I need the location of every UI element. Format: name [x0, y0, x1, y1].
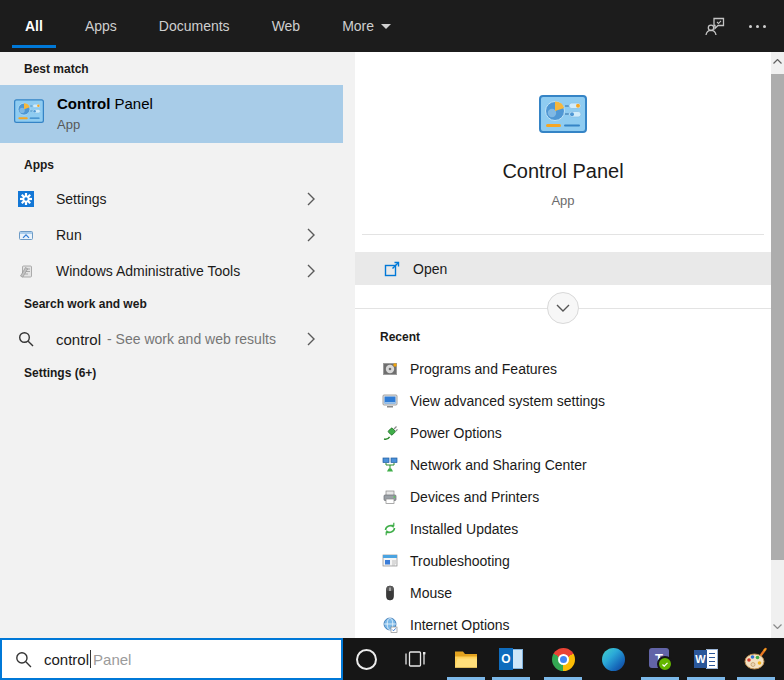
chevron-right-icon[interactable]	[307, 192, 315, 206]
web-search-result[interactable]: control - See work and web results	[0, 321, 343, 357]
outlook-logo-letter: O	[499, 648, 513, 670]
search-work-web-header: Search work and web	[24, 297, 147, 311]
outlook-icon[interactable]: O	[499, 647, 523, 671]
control-panel-icon	[14, 99, 44, 123]
search-filter-bar: All Apps Documents Web More	[0, 0, 784, 52]
topbar-actions	[703, 0, 766, 52]
recent-item-label: Installed Updates	[410, 521, 518, 537]
installed-updates-icon	[382, 521, 398, 537]
best-match-header: Best match	[24, 62, 89, 76]
edge-icon[interactable]	[601, 647, 625, 671]
search-icon	[18, 331, 34, 347]
teams-status-check-icon	[657, 656, 673, 672]
text-cursor	[90, 650, 91, 668]
tab-web[interactable]: Web	[272, 0, 301, 52]
recent-item[interactable]: Mouse	[355, 577, 771, 609]
power-options-icon	[382, 425, 398, 441]
search-autocomplete-suggestion: Panel	[93, 651, 131, 668]
recent-item-label: Mouse	[410, 585, 452, 601]
recent-item-label: Power Options	[410, 425, 502, 441]
app-result-settings[interactable]: Settings	[0, 181, 343, 217]
network-sharing-icon	[382, 457, 398, 473]
search-input-value: control	[44, 651, 89, 668]
run-window-icon	[18, 227, 34, 243]
results-panel: Best match Control Panel	[0, 52, 355, 638]
recent-item[interactable]: Devices and Printers	[355, 481, 771, 513]
recent-item[interactable]: Troubleshooting	[355, 545, 771, 577]
recent-item[interactable]: Installed Updates	[355, 513, 771, 545]
feedback-icon[interactable]	[703, 14, 727, 38]
result-type-label: App	[57, 117, 153, 132]
scrollbar-thumb[interactable]	[771, 74, 784, 560]
settings-gear-icon	[18, 191, 34, 207]
recent-item[interactable]: Network and Sharing Center	[355, 449, 771, 481]
preview-subtitle: App	[355, 193, 771, 208]
mouse-icon	[382, 585, 398, 601]
tab-more[interactable]: More	[342, 0, 391, 52]
scroll-up-icon[interactable]	[771, 54, 784, 69]
search-icon	[15, 651, 32, 668]
web-search-query: control	[56, 331, 101, 348]
chevron-right-icon[interactable]	[307, 228, 315, 242]
scrollbar[interactable]	[771, 52, 784, 638]
tab-all[interactable]: All	[25, 0, 43, 52]
title-rest-text: Panel	[110, 95, 153, 112]
tab-documents-label: Documents	[159, 18, 230, 34]
cortana-icon[interactable]	[354, 647, 378, 671]
tab-web-label: Web	[272, 18, 301, 34]
system-properties-icon	[382, 393, 398, 409]
open-external-icon	[384, 261, 400, 277]
tab-more-label: More	[342, 18, 374, 34]
tab-all-label: All	[25, 18, 43, 34]
scroll-down-icon[interactable]	[771, 619, 784, 634]
paint-icon[interactable]	[744, 647, 768, 671]
recent-header: Recent	[380, 330, 420, 344]
task-view-icon[interactable]	[403, 647, 427, 671]
chevron-right-icon[interactable]	[307, 264, 315, 278]
windows-search-flyout: All Apps Documents Web More Best match	[0, 0, 784, 680]
app-result-admin-tools[interactable]: Windows Administrative Tools	[0, 253, 343, 289]
preview-title: Control Panel	[355, 160, 771, 183]
internet-options-icon	[382, 617, 398, 633]
admin-tools-icon	[18, 263, 34, 279]
devices-printers-icon	[382, 489, 398, 505]
app-result-label: Settings	[56, 191, 107, 207]
expand-actions-button[interactable]	[547, 292, 579, 324]
recent-item[interactable]: Programs and Features	[355, 353, 771, 385]
file-explorer-icon[interactable]	[454, 647, 478, 671]
chevron-right-icon[interactable]	[307, 332, 315, 346]
programs-features-icon	[382, 361, 398, 377]
recent-item[interactable]: Power Options	[355, 417, 771, 449]
taskbar: control Panel O	[0, 638, 784, 680]
word-icon[interactable]: W	[694, 647, 718, 671]
control-panel-icon	[539, 95, 587, 133]
best-match-result[interactable]: Control Panel App	[0, 85, 343, 143]
preview-panel: Control Panel App Open Recent	[355, 52, 771, 638]
recent-item-label: Troubleshooting	[410, 553, 510, 569]
app-result-run[interactable]: Run	[0, 217, 343, 253]
recent-item[interactable]: Internet Options	[355, 609, 771, 641]
teams-icon[interactable]: T	[648, 647, 672, 671]
tab-apps[interactable]: Apps	[85, 0, 117, 52]
chevron-down-icon	[381, 24, 391, 29]
settings-group-header: Settings (6+)	[24, 366, 96, 380]
web-search-suffix: - See work and web results	[107, 331, 276, 347]
troubleshooting-icon	[382, 553, 398, 569]
app-result-label: Run	[56, 227, 82, 243]
open-action[interactable]: Open	[355, 252, 771, 285]
recent-item[interactable]: View advanced system settings	[355, 385, 771, 417]
recent-item-label: Devices and Printers	[410, 489, 539, 505]
divider	[362, 234, 764, 235]
app-result-label: Windows Administrative Tools	[56, 263, 240, 279]
tab-documents[interactable]: Documents	[159, 0, 230, 52]
tab-apps-label: Apps	[85, 18, 117, 34]
taskbar-search-box[interactable]: control Panel	[0, 638, 343, 680]
open-action-label: Open	[413, 261, 447, 277]
recent-item-label: Programs and Features	[410, 361, 557, 377]
word-logo-letter: W	[694, 650, 707, 668]
chrome-icon[interactable]	[551, 647, 575, 671]
more-options-icon[interactable]	[749, 25, 766, 28]
recent-item-label: View advanced system settings	[410, 393, 605, 409]
best-match-text: Control Panel App	[57, 95, 153, 132]
query-match-text: Control	[57, 95, 110, 112]
